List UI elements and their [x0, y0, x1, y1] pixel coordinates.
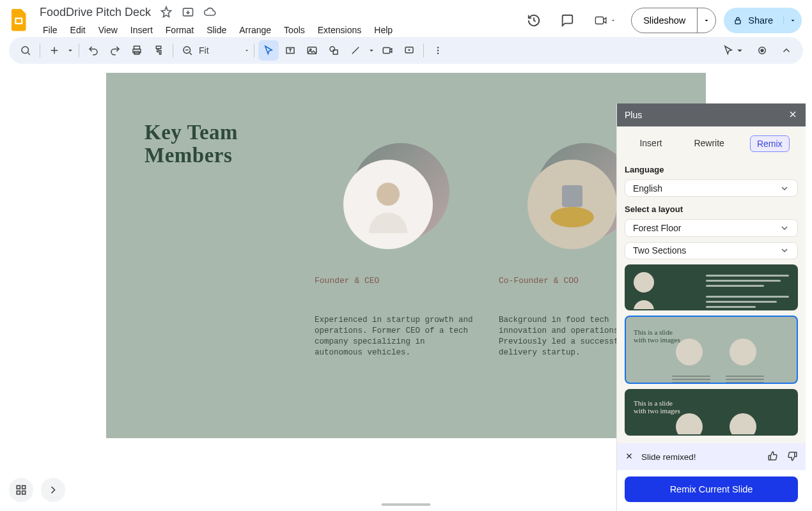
plus-tabs: Insert Rewrite Remix [617, 126, 806, 158]
chevron-down-icon [779, 223, 790, 233]
menu-bar: File Edit View Insert Format Slide Arran… [37, 22, 398, 38]
feedback-text: Slide remixed! [641, 452, 696, 462]
svg-point-23 [550, 207, 594, 227]
shape-tool[interactable] [324, 40, 344, 61]
language-select[interactable]: English [625, 179, 798, 197]
svg-rect-4 [735, 20, 740, 24]
svg-rect-3 [596, 17, 604, 24]
slideshow-dropdown-icon[interactable] [698, 8, 715, 33]
undo-button[interactable] [83, 40, 104, 61]
paint-format-button[interactable] [148, 40, 169, 61]
menu-file[interactable]: File [37, 22, 63, 38]
slideshow-button[interactable]: Slideshow [631, 8, 716, 33]
comments-icon[interactable] [554, 8, 580, 33]
lock-icon [733, 15, 743, 26]
plus-title: Plus [625, 110, 642, 120]
menu-help[interactable]: Help [368, 22, 398, 38]
svg-point-18 [437, 50, 439, 51]
grid-view-button[interactable] [9, 478, 33, 502]
layout-theme-select[interactable]: Forest Floor [625, 219, 798, 236]
image-tool[interactable] [302, 40, 322, 61]
svg-point-21 [760, 49, 763, 52]
textbox-tool[interactable] [280, 40, 301, 61]
menu-format[interactable]: Format [160, 22, 199, 38]
food-icon [540, 172, 604, 236]
share-dropdown-icon[interactable] [783, 17, 802, 24]
tab-remix[interactable]: Remix [750, 135, 790, 152]
team-member-1[interactable]: Founder & CEO Experienced in startup gro… [315, 147, 474, 358]
cloud-status-icon[interactable] [201, 3, 219, 21]
person-icon [356, 172, 420, 236]
history-icon[interactable] [521, 8, 547, 33]
chevron-down-icon [779, 245, 790, 256]
comment-tool[interactable] [399, 40, 419, 61]
svg-point-5 [22, 47, 29, 54]
layout-sections-select[interactable]: Two Sections [625, 242, 798, 259]
record-icon[interactable] [752, 40, 772, 61]
menu-arrange[interactable]: Arrange [233, 22, 277, 38]
menu-view[interactable]: View [93, 22, 123, 38]
line-tool[interactable] [345, 40, 366, 61]
thumb-caption: This is a slidewith two images [634, 328, 680, 344]
layout-option-1[interactable] [625, 264, 798, 310]
thumbs-up-icon[interactable] [767, 450, 779, 464]
menu-tools[interactable]: Tools [278, 22, 311, 38]
speaker-notes-handle[interactable] [382, 503, 431, 506]
new-slide-button[interactable] [44, 40, 65, 61]
print-button[interactable] [127, 40, 147, 61]
svg-rect-27 [17, 491, 20, 494]
plus-panel: Plus Insert Rewrite Remix Language Engli… [616, 103, 806, 511]
chevron-down-icon [779, 183, 790, 194]
feedback-bar: Slide remixed! [617, 443, 806, 470]
zoom-out-icon[interactable] [177, 40, 198, 61]
layout-label: Select a layout [625, 204, 798, 214]
next-button[interactable] [41, 478, 65, 502]
share-label: Share [748, 15, 773, 26]
layout-option-2[interactable]: This is a slidewith two images [625, 316, 798, 384]
svg-rect-28 [22, 491, 26, 494]
member-bio-1[interactable]: Experienced in startup growth and operat… [315, 315, 474, 358]
line-dropdown-icon[interactable] [367, 40, 376, 61]
doc-bar: FoodDrive Pitch Deck File Edit View Inse… [0, 0, 812, 37]
close-icon[interactable] [788, 109, 798, 121]
close-feedback-icon[interactable] [625, 452, 634, 462]
laser-pointer-icon[interactable] [720, 40, 748, 61]
doc-title[interactable]: FoodDrive Pitch Deck [37, 4, 153, 20]
menu-slide[interactable]: Slide [201, 22, 232, 38]
svg-point-19 [437, 52, 439, 54]
thumb-caption: This is a slidewith two images [634, 399, 680, 415]
menu-insert[interactable]: Insert [125, 22, 159, 38]
member-photo-2[interactable] [527, 147, 630, 249]
share-button[interactable]: Share [724, 8, 802, 33]
member-role-1[interactable]: Founder & CEO [315, 276, 474, 286]
move-icon[interactable] [179, 3, 197, 21]
svg-point-22 [377, 183, 400, 206]
toolbar: Fit [9, 37, 803, 64]
tab-rewrite[interactable]: Rewrite [687, 135, 730, 152]
svg-rect-15 [383, 48, 390, 54]
tab-insert[interactable]: Insert [633, 135, 668, 152]
plus-panel-header: Plus [617, 103, 806, 126]
svg-rect-25 [17, 485, 20, 489]
new-slide-dropdown-icon[interactable] [66, 40, 75, 61]
language-label: Language [625, 165, 798, 174]
menu-extensions[interactable]: Extensions [312, 22, 367, 38]
video-tool[interactable] [377, 40, 398, 61]
menu-edit[interactable]: Edit [65, 22, 91, 38]
collapse-toolbar-icon[interactable] [776, 40, 797, 61]
redo-button[interactable] [105, 40, 125, 61]
slideshow-label[interactable]: Slideshow [632, 8, 697, 33]
layout-option-3[interactable]: This is a slidewith two images [625, 389, 798, 436]
search-icon[interactable] [15, 40, 36, 61]
select-tool[interactable] [258, 40, 279, 61]
svg-rect-1 [17, 19, 22, 23]
slide-title[interactable]: Key Team Members [144, 121, 238, 167]
member-photo-1[interactable] [343, 147, 446, 249]
zoom-select[interactable]: Fit [199, 45, 250, 56]
remix-button[interactable]: Remix Current Slide [625, 477, 798, 502]
more-tools-icon[interactable] [428, 40, 448, 61]
meet-icon[interactable] [588, 8, 623, 33]
slides-logo-icon[interactable] [8, 6, 31, 34]
star-icon[interactable] [157, 3, 175, 21]
thumbs-down-icon[interactable] [786, 450, 798, 464]
